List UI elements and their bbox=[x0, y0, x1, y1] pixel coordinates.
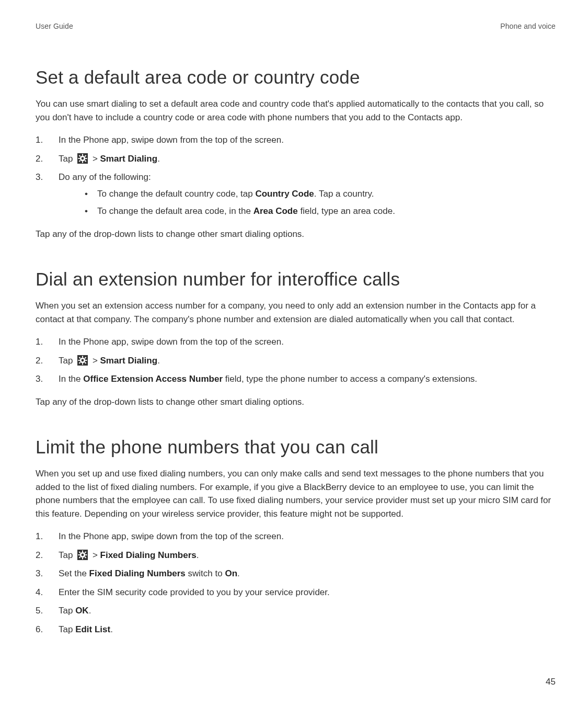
step-item: 1. In the Phone app, swipe down from the… bbox=[36, 335, 556, 349]
step-text: Do any of the following: bbox=[59, 172, 151, 182]
bold-text: OK bbox=[75, 606, 89, 616]
text-fragment: switch to bbox=[186, 568, 225, 578]
step-number: 3. bbox=[36, 567, 43, 580]
step-number: 1. bbox=[36, 133, 43, 147]
text-fragment: Tap bbox=[59, 550, 75, 560]
svg-point-10 bbox=[82, 157, 84, 160]
step-item: 3. Do any of the following: To change th… bbox=[36, 170, 556, 218]
step-number: 5. bbox=[36, 604, 43, 618]
page-number: 45 bbox=[546, 677, 556, 687]
text-fragment: . bbox=[157, 154, 160, 164]
section-intro: When you set an extension access number … bbox=[36, 299, 556, 326]
text-fragment: To change the default area code, in the bbox=[97, 206, 253, 216]
step-text: Tap > Smart Dialing. bbox=[59, 356, 160, 366]
step-text: Enter the SIM security code provided to … bbox=[59, 587, 330, 597]
step-item: 3. In the Office Extension Access Number… bbox=[36, 372, 556, 386]
header-left-text: User Guide bbox=[36, 22, 73, 30]
step-item: 2. Tap > Smart Dialing. bbox=[36, 354, 556, 368]
header-right-text: Phone and voice bbox=[500, 22, 556, 30]
svg-rect-3 bbox=[82, 161, 83, 163]
bold-text: Smart Dialing bbox=[100, 154, 158, 164]
text-fragment: . bbox=[197, 550, 199, 560]
text-fragment: . bbox=[110, 624, 113, 634]
step-item: 3. Set the Fixed Dialing Numbers switch … bbox=[36, 567, 556, 580]
step-number: 4. bbox=[36, 586, 43, 599]
text-fragment: > bbox=[93, 550, 100, 560]
step-text: In the Phone app, swipe down from the to… bbox=[59, 337, 284, 347]
section-intro: When you set up and use fixed dialing nu… bbox=[36, 467, 556, 520]
text-fragment: In the bbox=[59, 374, 83, 384]
text-fragment: . bbox=[157, 356, 160, 366]
step-item: 2. Tap > Smart Dialing. bbox=[36, 152, 556, 166]
step-item: 6. Tap Edit List. bbox=[36, 623, 556, 636]
step-text: In the Phone app, swipe down from the to… bbox=[59, 531, 284, 541]
gear-icon bbox=[77, 153, 88, 164]
step-text: Tap OK. bbox=[59, 606, 91, 616]
section-heading: Dial an extension number for interoffice… bbox=[36, 269, 556, 290]
step-number: 1. bbox=[36, 335, 43, 349]
svg-rect-25 bbox=[82, 557, 83, 559]
step-item: 5. Tap OK. bbox=[36, 604, 556, 618]
bold-text: Country Code bbox=[255, 189, 314, 199]
step-item: 2. Tap > Fixed Dialing Numbers. bbox=[36, 549, 556, 562]
svg-rect-26 bbox=[78, 554, 80, 555]
bold-text: Smart Dialing bbox=[100, 356, 158, 366]
section-heading: Limit the phone numbers that you can cal… bbox=[36, 437, 556, 458]
svg-rect-13 bbox=[82, 356, 83, 358]
text-fragment: > bbox=[93, 356, 100, 366]
step-text: In the Phone app, swipe down from the to… bbox=[59, 135, 284, 145]
section-intro: You can use smart dialing to set a defau… bbox=[36, 97, 556, 124]
section-default-area-code: Set a default area code or country code … bbox=[36, 67, 556, 250]
step-number: 6. bbox=[36, 623, 43, 636]
gear-icon bbox=[77, 550, 88, 560]
step-item: 1. In the Phone app, swipe down from the… bbox=[36, 530, 556, 543]
step-number: 3. bbox=[36, 372, 43, 386]
svg-point-21 bbox=[82, 359, 84, 362]
text-fragment: Tap bbox=[59, 606, 75, 616]
text-fragment: . Tap a country. bbox=[314, 189, 374, 199]
svg-rect-5 bbox=[85, 158, 87, 159]
svg-rect-24 bbox=[82, 551, 83, 552]
text-fragment: > bbox=[93, 154, 100, 164]
bullet-item: To change the default area code, in the … bbox=[82, 204, 556, 218]
step-number: 1. bbox=[36, 530, 43, 543]
svg-rect-27 bbox=[85, 554, 87, 555]
sub-bullet-list: To change the default country code, tap … bbox=[82, 187, 556, 218]
text-fragment: Tap bbox=[59, 624, 75, 634]
text-fragment: Tap bbox=[59, 356, 75, 366]
svg-point-32 bbox=[82, 554, 84, 556]
gear-icon bbox=[77, 355, 88, 366]
step-item: 1. In the Phone app, swipe down from the… bbox=[36, 133, 556, 147]
bold-text: On bbox=[225, 568, 237, 578]
section-dial-extension: Dial an extension number for interoffice… bbox=[36, 269, 556, 418]
svg-rect-4 bbox=[78, 158, 80, 159]
document-page: User Guide Phone and voice Set a default… bbox=[0, 0, 588, 706]
step-number: 2. bbox=[36, 549, 43, 562]
steps-list: 1. In the Phone app, swipe down from the… bbox=[36, 133, 556, 218]
bold-text: Fixed Dialing Numbers bbox=[89, 568, 186, 578]
bold-text: Edit List bbox=[75, 624, 110, 634]
section-limit-numbers: Limit the phone numbers that you can cal… bbox=[36, 437, 556, 645]
step-text: Set the Fixed Dialing Numbers switch to … bbox=[59, 568, 240, 578]
step-text: Tap Edit List. bbox=[59, 624, 113, 634]
text-fragment: Tap bbox=[59, 154, 75, 164]
svg-rect-16 bbox=[85, 360, 87, 361]
step-number: 2. bbox=[36, 152, 43, 166]
step-item: 4. Enter the SIM security code provided … bbox=[36, 586, 556, 599]
text-fragment: To change the default country code, tap bbox=[97, 189, 255, 199]
svg-rect-2 bbox=[82, 154, 83, 156]
bold-text: Office Extension Access Number bbox=[83, 374, 223, 384]
step-text: In the Office Extension Access Number fi… bbox=[59, 374, 477, 384]
step-number: 2. bbox=[36, 354, 43, 368]
section-heading: Set a default area code or country code bbox=[36, 67, 556, 88]
text-fragment: . bbox=[89, 606, 91, 616]
text-fragment: field, type the phone number to access a… bbox=[223, 374, 477, 384]
section-outro: Tap any of the drop-down lists to change… bbox=[36, 395, 556, 409]
step-text: Tap > Fixed Dialing Numbers. bbox=[59, 550, 199, 560]
svg-rect-15 bbox=[78, 360, 80, 361]
steps-list: 1. In the Phone app, swipe down from the… bbox=[36, 335, 556, 386]
text-fragment: field, type an area code. bbox=[298, 206, 395, 216]
section-outro: Tap any of the drop-down lists to change… bbox=[36, 227, 556, 241]
text-fragment: . bbox=[237, 568, 240, 578]
bold-text: Fixed Dialing Numbers bbox=[100, 550, 197, 560]
